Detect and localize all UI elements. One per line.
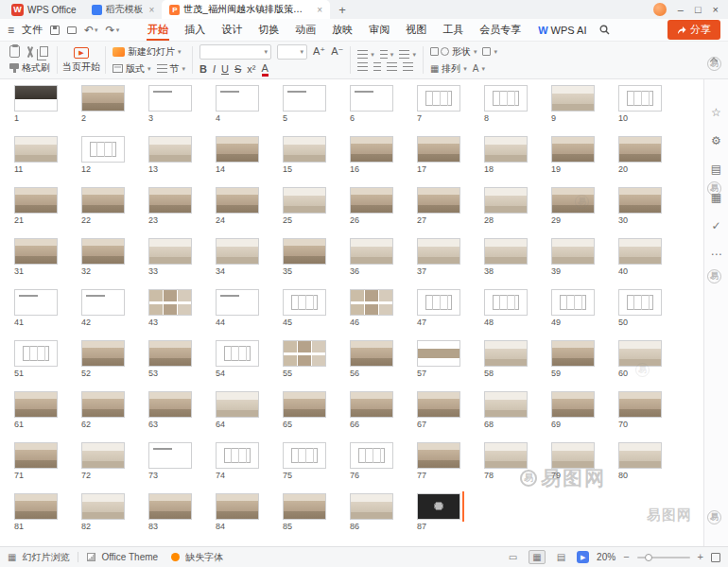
slide-thumbnail-17[interactable] <box>417 136 460 163</box>
arrange-button[interactable]: ▦ 排列 ▾ <box>430 62 467 76</box>
minimize-button[interactable]: – <box>678 5 684 15</box>
slide-thumbnail-3[interactable] <box>148 85 192 112</box>
print-button[interactable] <box>67 26 77 34</box>
collapse-ribbon-button[interactable] <box>703 42 724 78</box>
slide-thumbnail-51[interactable] <box>14 340 58 367</box>
slide-thumbnail-21[interactable] <box>14 187 58 214</box>
new-tab-button[interactable]: + <box>330 0 355 19</box>
align-left-button[interactable] <box>357 62 368 71</box>
tab-review[interactable]: 审阅 <box>367 19 391 41</box>
wps-home-tab[interactable]: W WPS Office <box>4 0 84 19</box>
tab-transitions[interactable]: 切换 <box>256 19 281 41</box>
superscript-button[interactable]: x² <box>247 64 255 75</box>
play-slideshow-button[interactable]: ▶ <box>577 551 589 563</box>
tab-animation[interactable]: 动画 <box>293 19 318 41</box>
fill-button[interactable]: ▾ <box>482 47 497 56</box>
slide-thumbnail-28[interactable] <box>484 187 528 214</box>
tab-insert[interactable]: 插入 <box>182 19 207 41</box>
theme-label[interactable]: Office Theme <box>101 552 158 562</box>
shapes-button[interactable]: 形状 ▾ <box>430 45 477 59</box>
slide-thumbnail-84[interactable] <box>216 493 259 520</box>
slide-thumbnail-61[interactable] <box>14 391 58 418</box>
slide-thumbnail-49[interactable] <box>551 289 595 316</box>
slide-thumbnail-34[interactable] <box>216 238 259 265</box>
slide-thumbnail-87[interactable] <box>417 493 460 520</box>
slide-thumbnail-38[interactable] <box>484 238 528 265</box>
paste-button[interactable] <box>9 45 20 58</box>
slide-thumbnail-20[interactable] <box>618 136 662 163</box>
slide-thumbnail-29[interactable] <box>551 187 595 214</box>
user-avatar[interactable] <box>653 3 667 16</box>
slide-thumbnail-18[interactable] <box>484 136 528 163</box>
slide-thumbnail-14[interactable] <box>216 136 259 163</box>
font-color-button[interactable]: A <box>262 63 269 77</box>
section-button[interactable]: 节 ▾ <box>157 62 186 76</box>
share-button[interactable]: 分享 <box>667 20 720 40</box>
slide-thumbnail-11[interactable] <box>14 136 58 163</box>
numbering-button[interactable]: ▾ <box>380 50 394 59</box>
normal-view-button[interactable]: ▭ <box>505 550 521 564</box>
cut-button[interactable] <box>26 46 34 58</box>
slide-thumbnail-36[interactable] <box>350 238 393 265</box>
slide-thumbnail-33[interactable] <box>148 238 192 265</box>
tab-tools[interactable]: 工具 <box>441 19 465 41</box>
wps-ai-button[interactable]: W WPS AI <box>538 25 586 36</box>
slide-thumbnail-46[interactable] <box>350 289 393 316</box>
increase-font-button[interactable]: A⁺ <box>313 46 325 57</box>
text-tools-button[interactable]: A▾ <box>473 64 485 74</box>
slide-thumbnail-76[interactable] <box>350 442 393 469</box>
fit-to-window-icon[interactable] <box>711 553 720 562</box>
close-button[interactable]: × <box>713 5 719 15</box>
decrease-font-button[interactable]: A⁻ <box>331 46 343 57</box>
slide-thumbnail-4[interactable] <box>216 85 259 112</box>
slide-thumbnail-68[interactable] <box>484 391 528 418</box>
new-slide-button[interactable]: 新建幻灯片 ▾ <box>113 45 182 59</box>
slide-thumbnail-8[interactable] <box>484 85 528 112</box>
reading-view-button[interactable]: ▤ <box>553 550 569 564</box>
slide-thumbnail-26[interactable] <box>350 187 393 214</box>
slide-thumbnail-71[interactable] <box>14 442 58 469</box>
bold-button[interactable]: B <box>199 64 207 75</box>
zoom-in-button[interactable]: + <box>698 552 703 562</box>
slide-thumbnail-57[interactable] <box>417 340 460 367</box>
font-size-select[interactable]: ▾ <box>277 44 307 60</box>
format-painter-button[interactable]: 格式刷 <box>9 61 50 75</box>
bullets-button[interactable]: ▾ <box>357 50 374 59</box>
slide-thumbnail-58[interactable] <box>484 340 528 367</box>
slide-thumbnail-35[interactable] <box>283 238 326 265</box>
italic-button[interactable]: I <box>213 64 216 75</box>
slide-thumbnail-31[interactable] <box>14 238 58 265</box>
more-panels-icon[interactable]: ⋯ <box>711 248 722 261</box>
slide-thumbnail-24[interactable] <box>216 187 259 214</box>
tab-presentation[interactable]: P 世茂_福州闽越水镇排版策划方... × <box>162 0 330 19</box>
tab-view[interactable]: 视图 <box>404 19 428 41</box>
font-name-select[interactable]: ▾ <box>199 44 271 60</box>
slide-thumbnail-40[interactable] <box>618 238 662 265</box>
slide-thumbnail-53[interactable] <box>148 340 192 367</box>
slide-thumbnail-55[interactable] <box>283 340 326 367</box>
zoom-out-button[interactable]: − <box>623 552 629 562</box>
slide-thumbnail-48[interactable] <box>484 289 528 316</box>
layout-button[interactable]: 版式 ▾ <box>113 62 151 76</box>
slide-thumbnail-47[interactable] <box>417 289 460 316</box>
slide-thumbnail-59[interactable] <box>551 340 595 367</box>
undo-button[interactable]: ↶▾ <box>84 25 98 36</box>
slide-thumbnail-62[interactable] <box>81 391 125 418</box>
hamburger-menu-icon[interactable]: ≡ <box>8 24 14 37</box>
slide-thumbnail-52[interactable] <box>81 340 125 367</box>
slide-thumbnail-56[interactable] <box>350 340 393 367</box>
justify-button[interactable] <box>403 62 413 71</box>
slide-thumbnail-1[interactable] <box>14 85 58 112</box>
slide-thumbnail-16[interactable] <box>350 136 393 163</box>
tab-docer-templates[interactable]: 稻壳模板 × <box>84 0 163 19</box>
redo-button[interactable]: ↷▾ <box>106 25 120 36</box>
line-spacing-button[interactable]: ▾ <box>399 50 416 59</box>
zoom-slider-handle[interactable] <box>645 554 652 561</box>
slide-thumbnail-80[interactable] <box>618 442 662 469</box>
file-menu[interactable]: 文件 <box>22 23 43 37</box>
slide-thumbnail-12[interactable] <box>81 136 125 163</box>
slide-thumbnail-39[interactable] <box>551 238 595 265</box>
align-center-button[interactable] <box>373 62 381 71</box>
slide-thumbnail-70[interactable] <box>618 391 662 418</box>
slide-thumbnail-63[interactable] <box>148 391 192 418</box>
